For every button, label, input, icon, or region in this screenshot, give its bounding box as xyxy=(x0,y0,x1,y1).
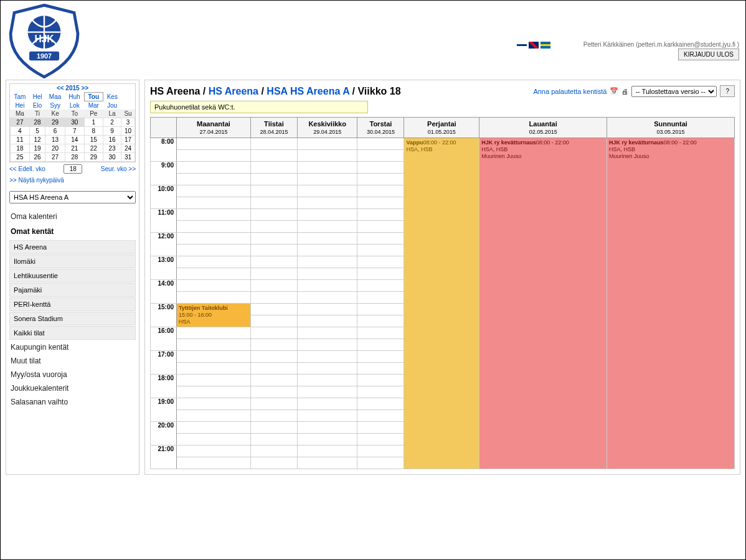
calendar-slot[interactable] xyxy=(250,327,297,339)
calendar-slot[interactable] xyxy=(177,221,251,233)
calendar-slot[interactable] xyxy=(357,256,404,268)
calendar-slot[interactable] xyxy=(177,386,251,398)
help-button[interactable]: ? xyxy=(720,85,735,97)
calendar-slot[interactable] xyxy=(357,304,404,315)
calendar-slot[interactable] xyxy=(177,209,251,221)
cal-day[interactable]: 17 xyxy=(121,136,135,144)
calendar-slot[interactable] xyxy=(297,138,357,150)
month-link[interactable]: Hel xyxy=(33,93,42,100)
cal-day[interactable]: 18 xyxy=(11,144,30,153)
calendar-slot[interactable] xyxy=(177,457,251,469)
event-mon[interactable]: Tyttöjen Taitoklubi15:00 - 16:00HSA xyxy=(177,304,251,327)
cal-day[interactable]: 31 xyxy=(121,153,135,162)
cal-day[interactable]: 25 xyxy=(11,153,30,162)
calendar-slot[interactable] xyxy=(357,375,404,386)
calendar-slot[interactable] xyxy=(357,245,404,256)
month-link[interactable]: Syy xyxy=(50,102,60,109)
breadcrumb-link[interactable]: HSA HS Areena A xyxy=(267,86,349,96)
calendar-slot[interactable] xyxy=(357,363,404,375)
week-number-input[interactable] xyxy=(64,164,82,174)
calendar-slot[interactable] xyxy=(250,398,297,410)
calendar-slot[interactable] xyxy=(297,197,357,209)
calendar-slot[interactable] xyxy=(250,245,297,256)
sidebar-field-item[interactable]: Sonera Stadium xyxy=(9,312,136,325)
calendar-slot[interactable] xyxy=(357,268,404,280)
cal-day[interactable]: 26 xyxy=(29,153,45,162)
cal-day[interactable]: 27 xyxy=(45,153,65,162)
calendar-slot[interactable] xyxy=(177,280,251,292)
calendar-slot[interactable] xyxy=(357,138,404,150)
calendar-slot[interactable] xyxy=(357,339,404,351)
sidebar-nav-item[interactable]: Salasanan vaihto xyxy=(9,395,136,409)
flag-uk-icon[interactable] xyxy=(529,42,539,49)
sidebar-field-item[interactable]: HS Areena xyxy=(9,240,136,254)
cal-day[interactable]: 29 xyxy=(84,153,103,162)
calendar-slot[interactable] xyxy=(177,150,251,162)
calendar-slot[interactable] xyxy=(250,280,297,292)
calendar-slot[interactable] xyxy=(297,422,357,434)
calendar-slot[interactable] xyxy=(297,256,357,268)
calendar-slot[interactable] xyxy=(357,209,404,221)
calendar-slot[interactable] xyxy=(177,410,251,422)
calendar-slot[interactable] xyxy=(250,375,297,386)
calendar-slot[interactable] xyxy=(357,221,404,233)
cal-day[interactable]: 6 xyxy=(45,127,65,136)
calendar-slot[interactable] xyxy=(177,446,251,457)
calendar-slot[interactable] xyxy=(297,174,357,185)
calendar-slot[interactable] xyxy=(297,150,357,162)
cal-day[interactable]: 29 xyxy=(45,118,65,127)
month-link[interactable]: Maa xyxy=(49,93,61,100)
calendar-slot[interactable] xyxy=(357,233,404,245)
calendar-slot[interactable] xyxy=(297,386,357,398)
cal-day[interactable]: 23 xyxy=(103,144,121,153)
calendar-slot[interactable] xyxy=(250,292,297,304)
event-fri[interactable]: Vappu08:00 - 22:00HSA, HSB xyxy=(404,138,479,469)
calendar-slot[interactable] xyxy=(297,221,357,233)
cal-day[interactable]: 19 xyxy=(29,144,45,153)
calendar-slot[interactable] xyxy=(297,410,357,422)
calendar-slot[interactable] xyxy=(297,185,357,197)
print-icon[interactable]: 🖨 xyxy=(621,88,628,95)
cal-day[interactable]: 27 xyxy=(11,118,30,127)
sidebar-nav-item[interactable]: Kaupungin kentät xyxy=(9,340,136,354)
calendar-slot[interactable] xyxy=(250,315,297,327)
calendar-slot[interactable] xyxy=(177,185,251,197)
cal-day[interactable]: 2 xyxy=(103,118,121,127)
show-today-link[interactable]: >> Näytä nykypäivä xyxy=(9,175,136,185)
calendar-slot[interactable] xyxy=(357,457,404,469)
calendar-slot[interactable] xyxy=(297,434,357,446)
calendar-slot[interactable] xyxy=(250,221,297,233)
calendar-slot[interactable] xyxy=(177,256,251,268)
calendar-slot[interactable] xyxy=(177,363,251,375)
calendar-slot[interactable] xyxy=(297,327,357,339)
calendar-slot[interactable] xyxy=(357,446,404,457)
calendar-slot[interactable] xyxy=(250,256,297,268)
calendar-slot[interactable] xyxy=(250,150,297,162)
calendar-slot[interactable] xyxy=(297,398,357,410)
event-sat[interactable]: HJK ry kevätturnaus08:00 - 22:00HSA, HSB… xyxy=(479,138,607,469)
cal-day[interactable]: 20 xyxy=(45,144,65,153)
mini-calendar[interactable]: << 2015 >> TamHelMaaHuhTouKes HeiEloSyyL… xyxy=(9,83,136,162)
sidebar-field-item[interactable]: PERI-kenttä xyxy=(9,297,136,311)
sidebar-nav-item[interactable]: Muut tilat xyxy=(9,354,136,368)
calendar-slot[interactable] xyxy=(297,351,357,363)
month-link[interactable]: Jou xyxy=(107,102,117,109)
calendar-slot[interactable] xyxy=(357,150,404,162)
year-selector[interactable]: << 2015 >> xyxy=(11,84,135,93)
sidebar-nav-item[interactable]: Myy/osta vuoroja xyxy=(9,368,136,381)
cal-day[interactable]: 30 xyxy=(65,118,84,127)
nav-own-calendar[interactable]: Oma kalenteri xyxy=(9,210,136,223)
month-link[interactable]: Elo xyxy=(33,102,42,109)
calendar-slot[interactable] xyxy=(177,327,251,339)
cal-day[interactable]: 13 xyxy=(45,136,65,144)
calendar-slot[interactable] xyxy=(177,245,251,256)
calendar-slot[interactable] xyxy=(250,434,297,446)
calendar-slot[interactable] xyxy=(297,233,357,245)
calendar-slot[interactable] xyxy=(357,434,404,446)
cal-day[interactable]: 8 xyxy=(84,127,103,136)
calendar-slot[interactable] xyxy=(297,304,357,315)
calendar-slot[interactable] xyxy=(250,422,297,434)
cal-day[interactable]: 10 xyxy=(121,127,135,136)
calendar-slot[interactable] xyxy=(250,304,297,315)
calendar-slot[interactable] xyxy=(297,209,357,221)
